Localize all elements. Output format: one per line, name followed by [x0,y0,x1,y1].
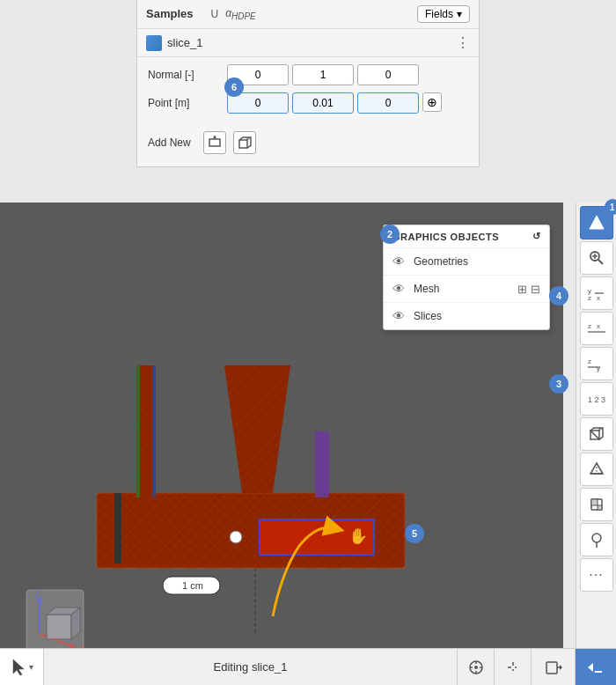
perspective-icon [589,426,605,442]
graphics-title: GRAPHICS OBJECTS [392,232,499,242]
status-bar: ▾ Editing slice_1 [0,648,616,685]
more-dots-icon: ··· [589,567,603,583]
three-dots-menu[interactable]: ⋮ [456,34,470,51]
toolbar-square-button[interactable] [580,417,613,451]
zy-icon: z y [588,355,605,372]
graphics-item-geometries[interactable]: 👁 Geometries [384,248,549,276]
point-z-input[interactable] [357,92,419,114]
right-toolbar: 1 y z x z x z y 1 [576,203,616,660]
terminal-icon [586,659,605,675]
svg-marker-80 [560,665,562,670]
toolbar-zoom-button[interactable] [580,241,613,275]
svg-rect-19 [315,431,329,497]
svg-line-41 [598,260,603,264]
mesh-table-icon[interactable]: ⊟ [531,283,540,296]
toolbar-wireframe-button[interactable] [580,453,613,486]
badge-4: 4 [549,286,568,306]
editing-text: Editing slice_1 [214,660,288,674]
u-label: U [210,8,218,20]
toolbar-zx-button[interactable]: z x [580,312,613,345]
mesh-icons: ⊞ ⊟ [517,283,540,296]
point-inputs: ⊕ [227,92,468,114]
add-new-label: Add New [148,136,191,149]
toolbar-yz-button[interactable]: y z x [580,276,613,310]
point-label: Point [m] [148,97,227,109]
normal-inputs [227,64,468,85]
svg-rect-3 [239,140,247,148]
slices-label: Slices [414,310,442,322]
zoom-icon [589,250,605,266]
toolbar-location-button[interactable] [580,523,613,556]
graphics-header: GRAPHICS OBJECTS ↺ [384,225,549,248]
fields-button[interactable]: Fields ▾ [417,5,470,23]
svg-text:x: x [597,294,600,302]
add-plane-button[interactable] [203,131,226,154]
graphics-panel: GRAPHICS OBJECTS ↺ 👁 Geometries 👁 Mesh ⊞… [383,225,550,330]
svg-point-65 [592,534,601,542]
slice-row: slice_1 ⋮ [137,29,479,57]
svg-text:z: z [588,322,591,330]
svg-marker-2 [213,136,216,138]
chevron-down-icon: ▾ [457,8,462,20]
add-box-button[interactable] [233,131,256,154]
exit-icon [545,659,562,676]
cursor-icon [10,658,29,677]
snap-button[interactable] [458,649,495,686]
svg-rect-20 [114,493,121,563]
mesh-grid-icon[interactable]: ⊞ [517,283,527,296]
location-icon [590,532,604,548]
badge-6: 6 [224,77,244,97]
svg-point-23 [230,531,242,543]
svg-rect-64 [598,505,602,510]
fields-label: Fields [425,8,453,20]
disconnect-icon [505,659,521,675]
graphics-item-slices[interactable]: 👁 Slices [384,303,549,329]
svg-text:z: z [588,357,591,365]
toolbar-btn1-container: 1 [580,206,613,239]
dropdown-arrow: ▾ [29,662,33,672]
box-icon [238,136,252,150]
point-row: Point [m] ⊕ [148,92,468,114]
normal-y-input[interactable] [292,64,354,85]
svg-marker-81 [588,663,593,672]
slice-icon [146,35,162,51]
graphics-refresh-icon[interactable]: ↺ [532,231,541,242]
eye-icon-slices: 👁 [392,309,405,323]
header-icons: U αHDPE [210,7,255,21]
panel-header: Samples U αHDPE Fields ▾ [137,0,479,29]
badge-5: 5 [405,524,424,543]
alpha-label: αHDPE [225,7,256,21]
toolbar-numbers-button[interactable]: 1 2 3 [580,382,613,416]
terminal-button[interactable] [576,649,616,686]
point-y-input[interactable] [292,92,354,114]
normal-z-input[interactable] [357,64,419,85]
toolbar-zy-button[interactable]: z y [580,347,613,380]
svg-rect-36 [47,615,71,639]
yz-icon: y z x [588,284,605,302]
graphics-item-mesh[interactable]: 👁 Mesh ⊞ ⊟ [384,276,549,303]
exit-button[interactable] [532,649,576,686]
wireframe-icon [589,461,605,477]
snap-icon [468,659,484,675]
disconnect-button[interactable] [495,649,532,686]
svg-rect-15 [136,365,140,497]
svg-rect-16 [152,365,156,497]
select-mode-button[interactable]: ▾ [0,649,44,686]
svg-text:y: y [597,365,600,372]
svg-text:1 2 3: 1 2 3 [588,395,605,404]
mesh-label: Mesh [414,283,439,295]
svg-marker-67 [13,659,24,675]
svg-point-69 [474,666,478,669]
header-left: Samples U αHDPE [146,7,256,21]
zx-icon: z x [588,320,605,337]
normal-row: Normal [-] [148,64,468,85]
top-panel: Samples U αHDPE Fields ▾ slice_1 ⋮ Norma… [136,0,480,167]
eye-icon-geometries: 👁 [392,254,405,269]
svg-rect-63 [591,499,598,505]
point-target-icon[interactable]: ⊕ [422,92,442,112]
toolbar-solid-button[interactable] [580,488,613,521]
svg-text:x: x [597,322,600,330]
samples-label: Samples [146,7,193,20]
toolbar-more-button[interactable]: ··· [580,558,613,592]
svg-rect-78 [546,662,557,674]
